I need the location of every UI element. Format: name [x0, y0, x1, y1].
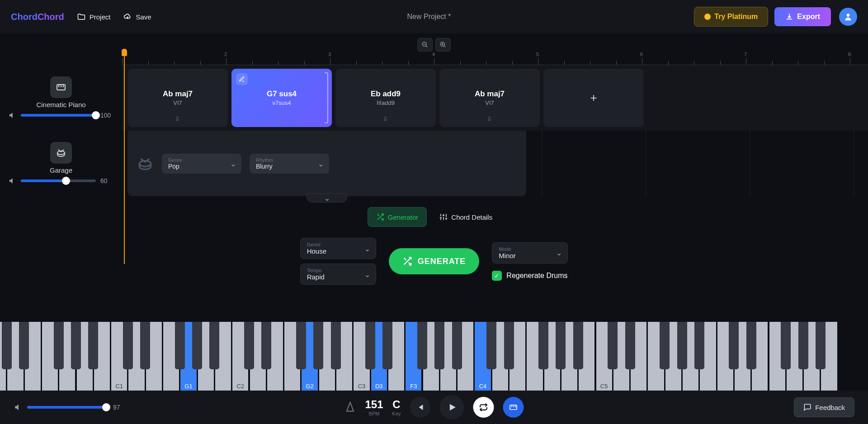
black-key[interactable] [140, 322, 150, 369]
cloud-save-icon [123, 12, 132, 21]
loop-button[interactable] [473, 397, 494, 418]
black-key[interactable] [538, 322, 548, 369]
black-key[interactable] [296, 322, 306, 369]
rewind-button[interactable] [410, 397, 431, 418]
piano-volume-slider[interactable] [21, 114, 96, 117]
black-key[interactable] [313, 322, 323, 369]
black-key[interactable] [192, 322, 202, 369]
black-key[interactable] [261, 322, 271, 369]
shuffle-icon [376, 213, 384, 221]
metronome-icon[interactable] [344, 401, 356, 413]
black-key[interactable] [244, 322, 254, 369]
chord-roman: IIIadd9 [377, 99, 395, 106]
save-label: Save [136, 13, 151, 21]
export-button[interactable]: Export [774, 7, 831, 26]
chord-name: G7 sus4 [267, 90, 297, 99]
black-key[interactable] [798, 322, 808, 369]
piano-track-icon[interactable] [50, 76, 72, 98]
black-key[interactable] [504, 322, 514, 369]
gen-tempo-select[interactable]: Tempo Rapid ⌄ [300, 264, 376, 285]
gen-genre-select[interactable]: Genre House ⌄ [300, 238, 376, 259]
black-key[interactable] [660, 322, 670, 369]
black-key[interactable] [123, 322, 133, 369]
black-key[interactable] [452, 322, 462, 369]
chord-card[interactable]: Ab maj7VI7⠿ [127, 69, 228, 127]
black-key[interactable] [781, 322, 791, 369]
black-key[interactable] [365, 322, 375, 369]
user-icon [844, 12, 853, 21]
black-key[interactable] [573, 322, 583, 369]
black-key[interactable] [816, 322, 826, 369]
playhead[interactable] [124, 52, 125, 264]
chord-card[interactable]: Eb add9IIIadd9⠿ [335, 69, 436, 127]
drum-lane: Genre Pop ⌄ Rhythm Blurry ⌄ ⌄ [127, 131, 526, 196]
black-key[interactable] [694, 322, 704, 369]
try-platinum-button[interactable]: Try Platinum [694, 7, 768, 27]
black-key[interactable] [71, 322, 81, 369]
chevron-down-icon: ⌄ [318, 159, 324, 168]
black-key[interactable] [486, 322, 496, 369]
drum-rhythm-select[interactable]: Rhythm Blurry ⌄ [250, 154, 329, 174]
black-key[interactable] [19, 322, 29, 369]
edit-icon[interactable] [236, 73, 248, 85]
message-icon [803, 403, 811, 411]
user-avatar[interactable] [839, 8, 857, 26]
keyboard-toggle-button[interactable] [503, 397, 524, 418]
add-chord-button[interactable]: + [543, 69, 644, 127]
black-key[interactable] [608, 322, 618, 369]
black-key[interactable] [175, 322, 185, 369]
bpm-display[interactable]: 151BPM [365, 398, 383, 416]
project-label: Project [90, 13, 111, 21]
generate-button[interactable]: GENERATE [389, 248, 480, 274]
chord-name: Eb add9 [371, 90, 401, 99]
chord-card[interactable]: Ab maj7VI7⠿ [439, 69, 540, 127]
black-key[interactable] [417, 322, 427, 369]
drum-volume-slider[interactable] [21, 179, 96, 182]
zoom-out-button[interactable] [417, 38, 433, 52]
black-key[interactable] [677, 322, 687, 369]
key-display[interactable]: CKey [392, 398, 401, 416]
expand-drum-tab[interactable]: ⌄ [307, 193, 347, 203]
black-key[interactable] [2, 322, 12, 369]
black-key[interactable] [382, 322, 392, 369]
drums-icon [137, 155, 154, 172]
black-key[interactable] [746, 322, 756, 369]
piano-keyboard[interactable]: C1G1C2G2C3D3F3C4C5 [0, 322, 868, 396]
chevron-down-icon: ⌄ [364, 270, 370, 278]
master-volume-value: 97 [113, 404, 127, 411]
black-key[interactable] [434, 322, 444, 369]
svg-rect-6 [63, 85, 64, 87]
drag-handle-icon[interactable]: ⠿ [175, 116, 180, 122]
drums-icon [56, 147, 66, 158]
zoom-in-button[interactable] [435, 38, 451, 52]
project-button[interactable]: Project [77, 12, 111, 21]
black-key[interactable] [209, 322, 219, 369]
black-key[interactable] [331, 322, 341, 369]
tab-generator[interactable]: Generator [368, 207, 427, 227]
svg-rect-5 [61, 85, 61, 87]
black-key[interactable] [88, 322, 98, 369]
drag-handle-icon[interactable]: ⠿ [487, 116, 492, 122]
feedback-button[interactable]: Feedback [794, 397, 854, 417]
master-volume-slider[interactable] [27, 406, 108, 409]
timeline-ruler[interactable]: 2345678 [122, 52, 868, 65]
play-button[interactable] [440, 395, 464, 419]
black-key[interactable] [729, 322, 739, 369]
drum-track-icon[interactable] [50, 142, 72, 164]
drum-genre-select[interactable]: Genre Pop ⌄ [162, 154, 241, 174]
drag-handle-icon[interactable]: ⠿ [383, 116, 388, 122]
gen-mode-select[interactable]: Mode Minor ⌄ [492, 242, 568, 264]
black-key[interactable] [625, 322, 635, 369]
drag-handle-icon[interactable]: ⠿ [279, 116, 284, 122]
regen-drums-checkbox[interactable]: ✓ [492, 271, 502, 281]
track-name-piano: Cinematic Piano [36, 101, 85, 108]
logo[interactable]: ChordChord [11, 12, 64, 22]
piano-volume-value: 100 [100, 112, 114, 119]
sliders-icon [439, 213, 448, 221]
black-key[interactable] [54, 322, 64, 369]
save-button[interactable]: Save [123, 12, 151, 21]
volume-icon [8, 177, 16, 185]
tab-chord-details[interactable]: Chord Details [431, 207, 500, 227]
black-key[interactable] [556, 322, 566, 369]
chord-card[interactable]: G7 sus4v7sus4⠿ [231, 69, 332, 127]
